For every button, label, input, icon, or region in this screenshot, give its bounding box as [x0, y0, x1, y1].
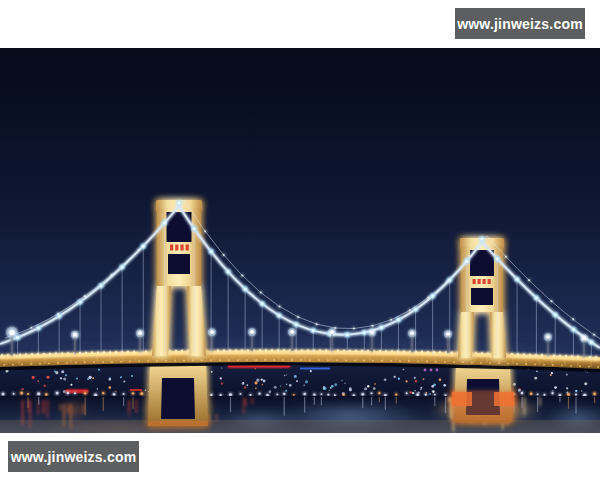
- page: www.jinweizs.com www.jinweizs.com: [0, 0, 600, 480]
- left-pier: [148, 364, 208, 426]
- watermark-bottom-left: www.jinweizs.com: [8, 441, 139, 472]
- watermark-top-right: www.jinweizs.com: [455, 8, 585, 39]
- bridge-night-scene: [0, 48, 600, 433]
- bridge-photo: [0, 48, 600, 433]
- watermark-text: www.jinweizs.com: [11, 449, 137, 465]
- right-pier: [452, 366, 514, 422]
- watermark-text: www.jinweizs.com: [457, 16, 583, 32]
- blue-neon-sign: [300, 368, 330, 370]
